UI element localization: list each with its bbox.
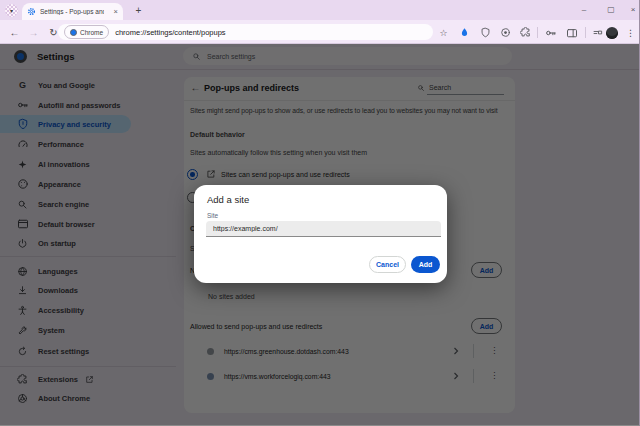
extensions-puzzle-icon[interactable] — [520, 27, 531, 38]
droplet-extension-icon[interactable] — [459, 27, 470, 38]
cancel-button[interactable]: Cancel — [369, 256, 406, 273]
profile-avatar[interactable] — [606, 27, 618, 39]
site-input[interactable] — [206, 221, 441, 237]
bookmark-star-icon[interactable]: ☆ — [437, 26, 450, 39]
password-key-icon[interactable] — [545, 27, 557, 39]
pinned-extension-icon[interactable] — [592, 27, 603, 38]
tab-close-icon[interactable]: × — [114, 8, 118, 16]
add-button[interactable]: Add — [411, 256, 440, 273]
window-minimize-button[interactable]: – — [576, 0, 592, 18]
tab-strip: ▾ Settings - Pop-ups and redirects × + –… — [0, 0, 640, 20]
dialog-title: Add a site — [207, 194, 249, 205]
back-icon[interactable]: ← — [8, 26, 21, 39]
add-site-dialog: Add a site Site Cancel Add — [194, 185, 447, 283]
toolbar-divider — [537, 27, 538, 38]
tab-search-button[interactable]: ▾ — [5, 4, 18, 17]
shield-extension-icon[interactable] — [480, 27, 491, 38]
tab-title: Settings - Pop-ups and redirects — [40, 8, 104, 15]
url-text: chrome://settings/content/popups — [115, 28, 225, 37]
circle-extension-icon[interactable] — [500, 27, 511, 38]
browser-menu-dots-icon[interactable]: ⋮ — [624, 26, 637, 39]
new-tab-button[interactable]: + — [132, 4, 145, 17]
toolbar-divider — [585, 27, 586, 38]
window-maximize-button[interactable]: ▢ — [603, 0, 619, 18]
side-panel-icon[interactable] — [566, 27, 578, 39]
chrome-search-chip[interactable]: Chrome — [64, 25, 109, 39]
active-tab[interactable]: Settings - Pop-ups and redirects × — [22, 3, 123, 20]
window-close-button[interactable]: × — [625, 0, 640, 18]
chip-label: Chrome — [80, 29, 103, 36]
settings-gear-favicon-icon — [27, 7, 36, 16]
site-field-label: Site — [207, 212, 218, 219]
omnibox[interactable]: Chrome chrome://settings/content/popups — [58, 24, 433, 40]
forward-icon[interactable]: → — [27, 26, 40, 39]
chrome-logo-icon — [70, 29, 77, 36]
